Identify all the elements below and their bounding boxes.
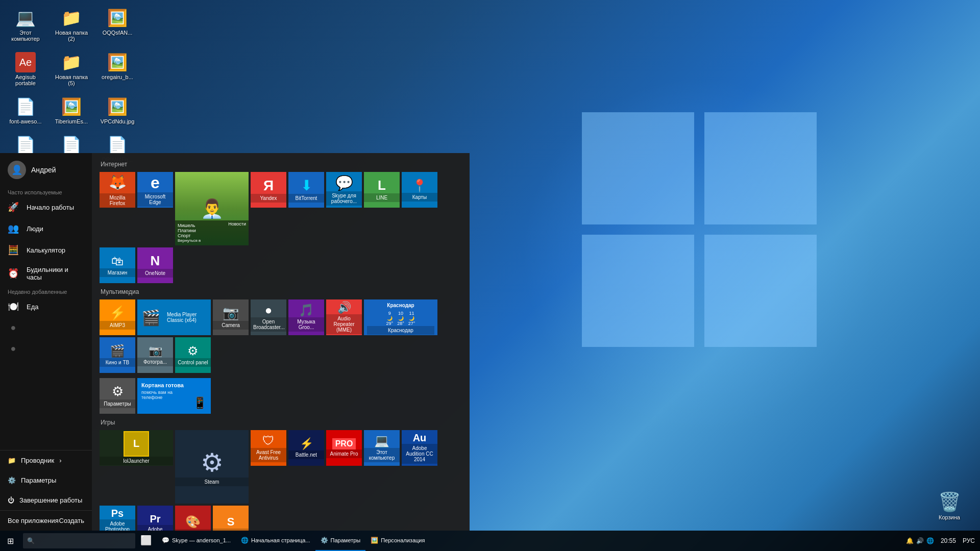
start-button[interactable]: ⊞ (0, 531, 20, 551)
tile-camera[interactable]: 📷 Camera (213, 299, 249, 335)
tile-edge[interactable]: e Microsoft Edge (137, 172, 173, 208)
taskbar-search[interactable]: 🔍 (23, 533, 135, 548)
taskbar-clock[interactable]: 20:55 (937, 537, 960, 544)
tile-skype[interactable]: 💬 Skype для рабочего... (326, 172, 362, 208)
tile-steam[interactable]: ⚙ Steam (175, 430, 249, 504)
tile-coral[interactable]: 🎨 (175, 506, 211, 531)
alarm-label: Будильники и часы (27, 266, 84, 281)
sg-icon: 📄 (61, 135, 82, 155)
network-icon[interactable]: 🌐 (926, 537, 934, 544)
premiere-label: Adobe (137, 525, 173, 531)
taskbar-settings[interactable]: ⚙️ Параметры (315, 531, 366, 551)
desktop-icon-vpcdndu[interactable]: 🖼️ VPCdNdu.jpg (97, 94, 138, 127)
taskbar-edge[interactable]: 🌐 Начальная страница... (236, 531, 315, 551)
tile-photo[interactable]: 📷 Фотогра... (137, 337, 173, 373)
tile-sketch[interactable]: S (213, 506, 249, 531)
tile-settings-sm[interactable]: ⚙ Параметры (100, 378, 135, 414)
menu-item-people[interactable]: 👥 Люди (0, 218, 92, 239)
menu-item-food[interactable]: 🍽️ Еда (0, 296, 92, 317)
volume-icon[interactable]: 🔊 (916, 537, 924, 544)
firefox-icon: 🦊 (109, 174, 127, 191)
tile-kinotv[interactable]: 🎬 Кино и ТВ (100, 337, 135, 373)
groove-icon: 🎵 (299, 303, 314, 317)
tile-avast[interactable]: 🛡 Avast Free Antivirus (251, 430, 286, 466)
tile-audiorepeater[interactable]: 🔊 Audio Repeater (MME) (326, 299, 362, 335)
tile-thispc[interactable]: 💻 Этот компьютер (364, 430, 400, 466)
settings-btn[interactable]: ⚙️ Параметры (0, 470, 92, 490)
tile-firefox[interactable]: 🦊 Mozilla Firefox (100, 172, 135, 208)
menu-item-start[interactable]: 🚀 Начало работы (0, 196, 92, 218)
taskview-btn[interactable]: ⬜ (135, 531, 157, 551)
start-menu: 👤 Андрей Часто используемые 🚀 Начало раб… (0, 153, 470, 531)
tile-groove[interactable]: 🎵 Музыка Groо... (288, 299, 324, 335)
img1-icon: 🖼️ (107, 8, 128, 28)
tile-controlpanel[interactable]: ⚙ Control panel (175, 337, 211, 373)
menu-item-blur1[interactable]: ● (0, 317, 92, 338)
edge-icon: e (151, 173, 160, 192)
desktop-icon-folder5[interactable]: 📁 Новая папка(5) (51, 49, 92, 89)
skype-taskbar-label: Skype — anderson_1... (172, 537, 231, 543)
coral-icon: 🎨 (185, 515, 201, 529)
tile-premiere[interactable]: Pr Adobe (137, 506, 173, 531)
tile-lol[interactable]: L lolJauncher (100, 430, 173, 466)
audition-label: Adobe Audition CC 2014 (402, 444, 437, 464)
krasnodar-label: Краснодар (367, 326, 434, 335)
tile-animatepro[interactable]: PRO Animate Pro (326, 430, 362, 466)
tile-yandex[interactable]: Я Yandex (251, 172, 286, 208)
notifications-icon[interactable]: 🔔 (906, 537, 914, 544)
taskbar-personalization[interactable]: 🖼️ Персонализация (365, 531, 430, 551)
recycle-bin[interactable]: 🗑️ Корзина (934, 490, 965, 520)
tile-photoshop[interactable]: Ps Adobe Photoshop C... (100, 506, 135, 531)
maps-icon: 📍 (412, 179, 427, 193)
tile-aimp[interactable]: ⚡ AIMP3 (100, 299, 135, 335)
news-text3: Спорт (178, 233, 246, 238)
yandex-label: Yandex (251, 194, 286, 203)
groove-label: Музыка Groо... (288, 317, 324, 332)
start-user[interactable]: 👤 Андрей (0, 153, 92, 187)
tile-bittorrent[interactable]: ⬇ BitTorrent (288, 172, 324, 208)
tile-onenote[interactable]: N OneNote (137, 247, 173, 283)
folder-icon-1: 📁 (61, 8, 82, 28)
desktop-icon-tiberium[interactable]: 🖼️ TiberiumEs... (51, 94, 92, 127)
tile-news[interactable]: 👨‍💼 Мишель Платини Спорт Вернуться в Нов… (175, 172, 249, 245)
desktop-icon-img1[interactable]: 🖼️ OQQsfAN... (97, 5, 138, 44)
tile-store[interactable]: 🛍 Магазин (100, 247, 135, 283)
news-category: Новости (228, 221, 246, 227)
tile-krasnodar[interactable]: Краснодар 9🌙29° 10🌙28° 11🌙27° Краснодар (364, 299, 437, 335)
explorer-btn[interactable]: 📁 Проводник › (0, 450, 92, 470)
win-logo (582, 112, 837, 367)
edge-taskbar-icon: 🌐 (241, 537, 249, 544)
tile-mediaplayer[interactable]: 🎬 Media PlayerClassic (x64) (137, 299, 211, 335)
desktop-icon-fontawesome[interactable]: 📄 font-aweso... (5, 94, 46, 127)
taskbar-skype[interactable]: 💬 Skype — anderson_1... (157, 531, 236, 551)
tile-line[interactable]: L LINE (364, 172, 400, 208)
tile-audition[interactable]: Au Adobe Audition CC 2014 (402, 430, 437, 466)
tile-cortana[interactable]: Кортана готова помочь вам нателефоне 📱 (137, 378, 211, 414)
steam-icon: ⚙ (201, 448, 224, 478)
desktop-icon-computer[interactable]: 💻 Этот компьютер (5, 5, 46, 44)
start-work-icon: 🚀 (8, 202, 19, 213)
desktop-icon-oregairu[interactable]: 🖼️ oregairu_b... (97, 49, 138, 89)
desktop-icon-folder2[interactable]: 📁 Новая папка(2) (51, 5, 92, 44)
desktop-row-3: 📄 font-aweso... 🖼️ TiberiumEs... 🖼️ VPCd… (5, 94, 138, 127)
aegisub-label: Aegisubportable (15, 74, 36, 86)
mediaplayer-label: Media PlayerClassic (x64) (164, 310, 207, 324)
bittorrent-label: BitTorrent (288, 194, 324, 203)
tile-maps[interactable]: 📍 Карты (402, 172, 437, 208)
tile-battlenet[interactable]: ⚡ Battle.net (288, 430, 324, 466)
photo-label: Фотогра... (137, 358, 173, 366)
controlpanel-label: Control panel (175, 358, 211, 367)
onenote-icon: N (151, 253, 160, 269)
menu-item-calc[interactable]: 🧮 Калькулятор (0, 239, 92, 261)
firefox-label: Mozilla Firefox (100, 193, 135, 208)
store-label: Магазин (100, 268, 135, 277)
all-apps-btn[interactable]: Все приложения Создать (0, 510, 92, 531)
blur1-icon: ● (8, 322, 19, 333)
menu-item-blur2[interactable]: ● (0, 338, 92, 359)
settings-icon: ⚙️ (8, 477, 16, 484)
tile-obs[interactable]: ● Open Broadcaster... (251, 299, 286, 335)
shutdown-btn[interactable]: ⏻ Завершение работы (0, 490, 92, 510)
menu-item-alarm[interactable]: ⏰ Будильники и часы (0, 261, 92, 286)
camera-label: Camera (213, 321, 249, 330)
desktop-icon-aegisub[interactable]: Ae Aegisubportable (5, 49, 46, 89)
